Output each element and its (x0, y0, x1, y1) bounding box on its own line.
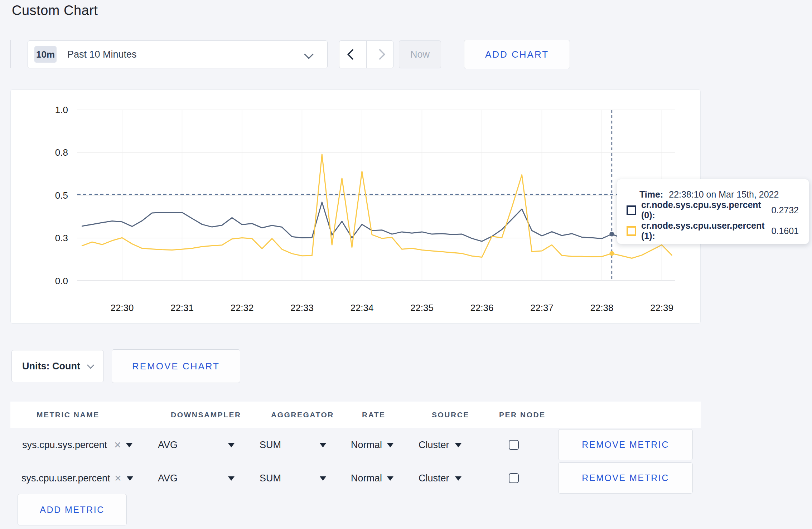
y-tick-label: 0.5 (55, 190, 68, 201)
x-tick-label: 22:30 (110, 302, 134, 313)
tooltip-series-row: cr.node.sys.cpu.sys.percent (0): 0.2732 (627, 200, 799, 220)
chevron-down-icon (304, 49, 314, 59)
tooltip-time-label: Time: (639, 189, 663, 200)
chevron-right-icon (374, 49, 385, 60)
chevron-left-icon (347, 49, 358, 60)
close-icon[interactable]: ✕ (114, 428, 121, 462)
col-header-source: SOURCE (432, 402, 469, 428)
tooltip-series-label: cr.node.sys.cpu.user.percent (1): (641, 220, 766, 241)
aggregator-select[interactable]: SUM (260, 462, 281, 495)
y-tick-label: 1.0 (55, 105, 68, 115)
x-tick-label: 22:36 (470, 302, 493, 313)
series-line (82, 154, 672, 258)
now-button[interactable]: Now (399, 40, 441, 68)
metric-name-caret[interactable] (126, 428, 132, 462)
time-nav-group (339, 40, 393, 68)
metric-name-value[interactable]: sys.cpu.sys.percent (22, 428, 107, 462)
close-icon[interactable]: ✕ (114, 462, 122, 495)
time-range-badge: 10m (34, 46, 57, 63)
aggregator-caret[interactable] (320, 428, 326, 462)
caret-down-icon (320, 443, 326, 447)
caret-down-icon (455, 443, 461, 447)
metric-row: sys.cpu.sys.percent ✕ AVG SUM Normal Clu… (0, 428, 812, 462)
tooltip-series-label: cr.node.sys.cpu.sys.percent (0): (641, 200, 766, 220)
cpu-line-chart[interactable]: 0.00.30.50.81.022:3022:3122:3222:3322:34… (11, 90, 701, 324)
x-tick-label: 22:32 (230, 302, 253, 313)
caret-down-icon (320, 476, 326, 481)
caret-down-icon (387, 443, 393, 447)
source-value: Cluster (419, 473, 449, 484)
rate-value: Normal (351, 473, 382, 484)
tooltip-series-value: 0.1601 (772, 226, 799, 236)
y-tick-label: 0.3 (55, 233, 68, 243)
time-range-dropdown[interactable]: 10m Past 10 Minutes (28, 40, 328, 68)
caret-down-icon (126, 443, 132, 447)
user-series-swatch-icon (627, 226, 636, 236)
downsampler-caret[interactable] (228, 462, 235, 495)
source-value: Cluster (419, 440, 449, 451)
time-range-label: Past 10 Minutes (67, 49, 137, 60)
caret-down-icon (228, 476, 235, 481)
metric-name-value[interactable]: sys.cpu.user.percent (21, 462, 110, 495)
caret-down-icon (228, 443, 235, 447)
col-header-aggregator: AGGREGATOR (271, 402, 334, 428)
x-tick-label: 22:37 (530, 302, 554, 313)
toolbar-divider (10, 40, 11, 68)
col-header-metric-name: METRIC NAME (37, 402, 100, 428)
rate-select[interactable]: Normal (351, 428, 393, 462)
chevron-down-icon (87, 361, 94, 369)
metric-row: sys.cpu.user.percent ✕ AVG SUM Normal Cl… (0, 462, 812, 495)
metric-name-caret[interactable] (127, 462, 133, 495)
remove-metric-button[interactable]: REMOVE METRIC (558, 462, 693, 494)
x-tick-label: 22:33 (290, 302, 314, 313)
add-chart-button[interactable]: ADD CHART (464, 40, 570, 69)
x-tick-label: 22:35 (410, 302, 434, 313)
units-label: Units: Count (22, 361, 80, 372)
per-node-checkbox[interactable] (509, 440, 519, 450)
tooltip-series-value: 0.2732 (772, 205, 799, 215)
metrics-table-header: METRIC NAME DOWNSAMPLER AGGREGATOR RATE … (10, 402, 701, 428)
caret-down-icon (455, 476, 461, 481)
per-node-checkbox[interactable] (509, 473, 519, 483)
source-select[interactable]: Cluster (419, 462, 461, 495)
tooltip-series-row: cr.node.sys.cpu.user.percent (1): 0.1601 (627, 220, 799, 241)
hover-point-dot (609, 251, 614, 256)
rate-select[interactable]: Normal (351, 462, 393, 495)
y-tick-label: 0.8 (55, 147, 68, 158)
aggregator-caret[interactable] (320, 462, 326, 495)
tooltip-time-value: 22:38:10 on Mar 15th, 2022 (669, 189, 779, 200)
caret-down-icon (127, 476, 133, 481)
chart-card: 0.00.30.50.81.022:3022:3122:3222:3322:34… (10, 89, 701, 324)
page-title: Custom Chart (12, 3, 98, 18)
add-metric-button[interactable]: ADD METRIC (18, 494, 127, 525)
caret-down-icon (387, 476, 393, 481)
hover-point-dot (609, 232, 614, 237)
x-tick-label: 22:38 (590, 302, 613, 313)
downsampler-select[interactable]: AVG (158, 462, 178, 495)
x-tick-label: 22:39 (650, 302, 673, 313)
prev-time-button[interactable] (339, 41, 367, 68)
sys-series-swatch-icon (627, 205, 636, 215)
units-dropdown[interactable]: Units: Count (11, 350, 104, 382)
x-tick-label: 22:31 (170, 302, 194, 313)
tooltip-time-row: Time: 22:38:10 on Mar 15th, 2022 (627, 189, 799, 200)
next-time-button[interactable] (367, 41, 393, 68)
downsampler-select[interactable]: AVG (158, 428, 178, 462)
col-header-per-node: PER NODE (499, 402, 546, 428)
x-tick-label: 22:34 (350, 302, 373, 313)
series-line (82, 202, 672, 241)
rate-value: Normal (351, 440, 382, 451)
col-header-downsampler: DOWNSAMPLER (171, 402, 241, 428)
y-tick-label: 0.0 (55, 276, 68, 286)
remove-metric-button[interactable]: REMOVE METRIC (558, 429, 693, 460)
chart-hover-tooltip: Time: 22:38:10 on Mar 15th, 2022 cr.node… (617, 179, 809, 244)
remove-chart-button[interactable]: REMOVE CHART (112, 349, 240, 383)
downsampler-caret[interactable] (228, 428, 235, 462)
aggregator-select[interactable]: SUM (260, 428, 281, 462)
source-select[interactable]: Cluster (419, 428, 461, 462)
col-header-rate: RATE (362, 402, 386, 428)
